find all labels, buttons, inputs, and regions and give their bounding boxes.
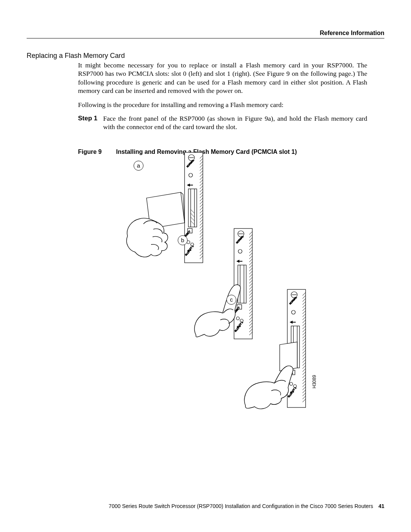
svg-point-87	[238, 249, 242, 253]
figure-badge-b: b	[178, 235, 188, 245]
paragraph-intro: It might become necessary for you to rep…	[78, 61, 367, 95]
svg-rect-38	[188, 189, 197, 227]
figure-badge-a: a	[134, 161, 143, 171]
header-rule	[27, 38, 384, 38]
figure-area: NORMAL EJECT	[78, 149, 367, 423]
figure-badge-c: c	[226, 295, 236, 305]
svg-point-144	[290, 382, 293, 385]
footer-text: 7000 Series Route Switch Processor (RSP7…	[109, 503, 373, 509]
svg-point-37	[189, 173, 193, 177]
section-title: Replacing a Flash Memory Card	[27, 52, 125, 60]
footer-page-number: 41	[378, 503, 384, 509]
step-1-label: Step 1	[78, 114, 103, 131]
paragraph-procedure: Following is the procedure for installin…	[78, 101, 367, 109]
body-column: It might become necessary for you to rep…	[78, 61, 367, 156]
step-1-text: Face the front panel of the RSP7000 (as …	[103, 114, 367, 131]
figure-panel-c: NORMAL EJECT SLOT 1 SLOT 0	[223, 286, 310, 411]
document-page: Reference Information Replacing a Flash …	[0, 0, 411, 532]
header-reference-info: Reference Information	[320, 30, 384, 37]
figure-id: H3089	[312, 375, 317, 388]
step-1-row: Step 1 Face the front panel of the RSP70…	[78, 114, 367, 131]
page-footer: 7000 Series Route Switch Processor (RSP7…	[27, 503, 384, 509]
svg-point-137	[292, 310, 295, 314]
